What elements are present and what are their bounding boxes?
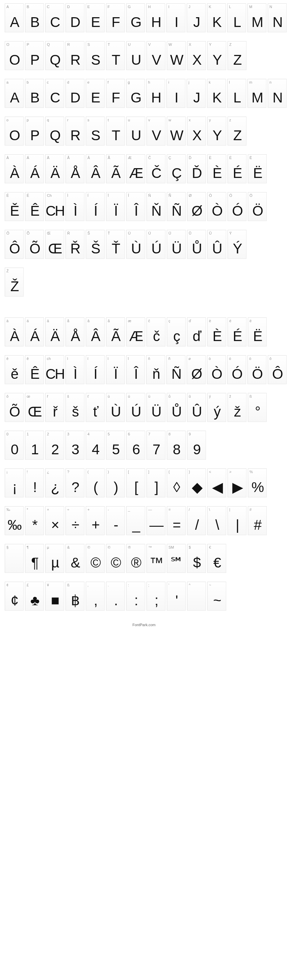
glyph-sample: %: [248, 480, 266, 495]
glyph-cell: wW: [167, 116, 186, 146]
glyph-cell: äÄ: [45, 317, 64, 347]
glyph-cell: ÌÌ: [66, 192, 85, 221]
glyph-sample: Ê: [25, 204, 43, 218]
glyph-cell: ñÑ: [166, 355, 186, 384]
glyph-sample: CH: [46, 367, 64, 381]
glyph-sample: Ů: [187, 242, 206, 256]
glyph-cell: SS: [86, 41, 105, 70]
glyph-key: Ó: [229, 193, 232, 197]
glyph-cell: XX: [187, 41, 206, 70]
glyph-cell: **: [25, 506, 44, 535]
glyph-cell: pP: [25, 116, 44, 146]
glyph-sample: -: [106, 518, 125, 532]
glyph-sample: Q: [46, 129, 64, 143]
glyph-key: Ř: [67, 231, 70, 235]
glyph-cell: îÎ: [126, 355, 145, 384]
glyph-cell: §: [5, 544, 24, 573]
glyph-row: ĚĚÊÊChCHÌÌÍÍÏÏÎÎŇŇÑÑØØÒÒÓÓÖÖ: [5, 192, 288, 221]
glyph-row: ěěêÊchCHìÌíÍïÏîÎňňñÑøØòÒóÓöÖôÔ: [5, 355, 288, 384]
glyph-cell: 66: [126, 431, 145, 460]
glyph-key: #: [250, 508, 251, 512]
glyph-sample: —: [147, 518, 165, 532]
glyph-sample: ™: [147, 556, 165, 570]
glyph-cell: ŤŤ: [106, 230, 125, 259]
glyph-key: è: [209, 319, 211, 323]
glyph-sample: °: [248, 405, 266, 419]
glyph-sample: N: [268, 91, 286, 105]
glyph-cell: ťť: [86, 393, 105, 422]
glyph-sample: Ê: [25, 367, 43, 381]
glyph-key: œ: [27, 394, 30, 398]
glyph-chart: AABBCCDDEEFFGGHHIIJJKKLLMMNNOOPPQQRRSSTT…: [0, 0, 288, 611]
glyph-sample: G: [126, 91, 145, 105]
glyph-cell: 33: [66, 431, 85, 460]
glyph-key: ů: [168, 394, 171, 398]
glyph-cell: ěě: [5, 355, 24, 384]
glyph-cell: ZZ: [227, 41, 246, 70]
glyph-key: d: [67, 80, 69, 84]
glyph-sample: ◊: [167, 480, 186, 495]
glyph-sample: ç: [167, 329, 186, 344]
glyph-sample: 6: [126, 442, 145, 457]
glyph-sample: T: [106, 53, 125, 67]
glyph-key: P: [27, 43, 29, 46]
glyph-key: :: [128, 583, 129, 587]
glyph-sample: É: [228, 166, 246, 180]
glyph-cell: œŒ: [25, 393, 44, 422]
glyph-cell: BB: [25, 3, 44, 32]
glyph-key: Ů: [189, 231, 192, 235]
glyph-key: å: [67, 319, 69, 323]
glyph-cell: ÷÷: [66, 506, 85, 535]
glyph-cell: ŽŽ: [5, 267, 24, 297]
glyph-key: Ê: [27, 193, 29, 197]
glyph-cell: 00: [5, 431, 24, 460]
glyph-key: í: [88, 356, 88, 361]
glyph-key: Ë: [250, 156, 252, 160]
glyph-sample: Ö: [248, 204, 266, 218]
glyph-key: Y: [209, 43, 211, 46]
glyph-sample: P: [25, 129, 43, 143]
glyph-cell: gG: [126, 79, 145, 108]
glyph-key: Ä: [47, 156, 49, 160]
glyph-cell: éÉ: [227, 317, 246, 347]
glyph-key: à: [6, 319, 8, 323]
glyph-sample: 9: [187, 442, 206, 457]
glyph-cell: 44: [86, 431, 105, 460]
glyph-cell: üÜ: [147, 393, 165, 422]
glyph-sample: [: [126, 480, 145, 495]
glyph-key: Í: [88, 193, 88, 197]
glyph-sample: K: [207, 15, 226, 29]
glyph-key: ‰: [6, 508, 10, 512]
glyph-key: ¥: [47, 583, 49, 587]
glyph-row: ¡¡!!¿¿??(())[[]]{◊}◆<◀>▶%%: [5, 468, 288, 497]
glyph-key: \: [209, 508, 210, 512]
glyph-key: Ñ: [168, 193, 171, 197]
glyph-key: W: [168, 43, 172, 46]
glyph-cell: ;;: [147, 582, 165, 611]
glyph-key: ì: [67, 356, 68, 361]
glyph-cell: ++: [86, 506, 105, 535]
glyph-key: I: [168, 5, 169, 9]
glyph-cell: 77: [147, 431, 165, 460]
glyph-sample: ▶: [228, 480, 246, 495]
glyph-sample: $: [187, 556, 206, 570]
glyph-key: p: [27, 118, 29, 122]
glyph-key: Ç: [168, 156, 171, 160]
glyph-sample: R: [66, 53, 84, 67]
glyph-sample: Í: [86, 204, 104, 218]
glyph-cell: ÚÚ: [147, 230, 165, 259]
glyph-key: ň: [148, 356, 150, 361]
glyph-cell: PP: [25, 41, 44, 70]
glyph-key: Õ: [27, 231, 30, 235]
glyph-cell: áÁ: [25, 317, 44, 347]
glyph-sample: Ç: [167, 166, 186, 180]
glyph-sample: Ã: [106, 166, 125, 180]
glyph-sample: Ë: [248, 329, 266, 344]
glyph-cell: ((: [86, 468, 105, 497]
glyph-cell: ĚĚ: [5, 192, 24, 221]
glyph-cell: --: [106, 506, 125, 535]
glyph-cell: íÍ: [86, 355, 105, 384]
glyph-sample: Æ: [126, 329, 145, 344]
glyph-key: &: [67, 545, 70, 549]
glyph-cell: EE: [86, 3, 105, 32]
